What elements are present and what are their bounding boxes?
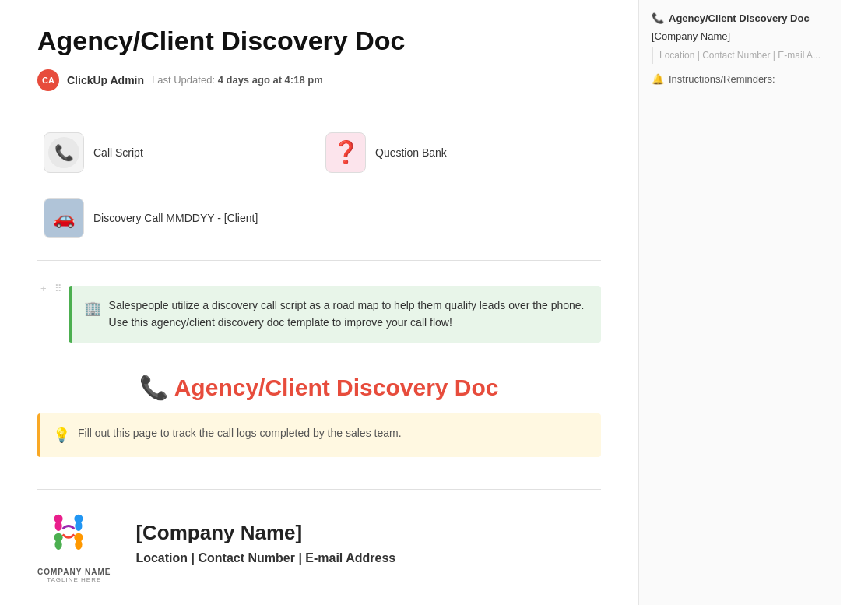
company-logo: COMPANY NAME TAGLINE HERE <box>37 502 111 583</box>
callout-green-text: Salespeople utilize a discovery call scr… <box>109 297 589 332</box>
doc-links-grid: 📞 Call Script ❓ Question Bank <box>37 123 601 182</box>
call-script-thumb: 📞 <box>44 132 84 173</box>
avatar: CA <box>37 69 59 91</box>
section-emoji: 📞 <box>139 375 168 400</box>
add-block-button[interactable]: + <box>37 281 50 296</box>
callout-yellow-text: Fill out this page to track the call log… <box>78 424 402 441</box>
callout-yellow: 💡 Fill out this page to track the call l… <box>37 413 601 458</box>
question-bank-thumb: ❓ <box>325 132 366 173</box>
section-heading-text: 📞 Agency/Client Discovery Doc <box>139 375 498 400</box>
block-controls: + ⠿ <box>37 273 65 296</box>
contact-line: Location | Contact Number | E-mail Addre… <box>135 551 601 565</box>
sidebar-title: 📞 Agency/Client Discovery Doc <box>652 12 828 24</box>
company-info: [Company Name] Location | Contact Number… <box>135 521 601 565</box>
sidebar-placeholder: Location | Contact Number | E-mail A... <box>652 47 828 64</box>
svg-point-11 <box>75 540 82 550</box>
author-name: ClickUp Admin <box>67 74 144 86</box>
question-bank-title: Question Bank <box>375 146 447 159</box>
divider-2 <box>37 470 601 470</box>
sidebar-company-label: [Company Name] <box>652 30 828 42</box>
svg-point-5 <box>54 521 61 531</box>
location-text: Location <box>135 551 188 565</box>
sidebar-title-emoji: 📞 <box>652 12 664 24</box>
sidebar-title-text: Agency/Client Discovery Doc <box>669 12 810 24</box>
separator-2: | <box>298 551 305 565</box>
callout-green-emoji: 🏢 <box>84 297 101 320</box>
instructions-emoji: 🔔 <box>652 73 664 85</box>
section-heading: 📞 Agency/Client Discovery Doc <box>37 374 601 401</box>
logo-company-name: COMPANY NAME <box>37 568 111 576</box>
discovery-thumb: 🚗 <box>44 198 84 238</box>
doc-link-discovery[interactable]: 🚗 Discovery Call MMDDYY - [Client] <box>37 188 601 248</box>
last-updated: Last Updated: 4 days ago at 4:18 pm <box>152 74 323 86</box>
green-callout-block: + ⠿ 🏢 Salespeople utilize a discovery ca… <box>37 273 601 355</box>
sidebar-instructions: 🔔 Instructions/Reminders: <box>652 73 828 85</box>
contact-number-text: Contact Number <box>198 551 294 565</box>
discovery-title: Discovery Call MMDDYY - [Client] <box>93 212 258 224</box>
company-name-heading: [Company Name] <box>135 521 601 545</box>
doc-link-question-bank[interactable]: ❓ Question Bank <box>319 123 601 182</box>
svg-point-7 <box>75 521 82 531</box>
main-content: Agency/Client Discovery Doc CA ClickUp A… <box>0 0 638 605</box>
callout-green: 🏢 Salespeople utilize a discovery call s… <box>69 286 601 343</box>
callout-yellow-emoji: 💡 <box>53 424 70 447</box>
instructions-label: Instructions/Reminders: <box>669 73 775 85</box>
doc-link-call-script[interactable]: 📞 Call Script <box>37 123 319 182</box>
sidebar: 📞 Agency/Client Discovery Doc [Company N… <box>638 0 841 605</box>
email-text: E-mail Address <box>305 551 395 565</box>
drag-handle-button[interactable]: ⠿ <box>51 281 65 296</box>
svg-text:📞: 📞 <box>54 143 74 162</box>
section-title: Agency/Client Discovery Doc <box>174 375 499 400</box>
svg-text:🚗: 🚗 <box>53 206 76 228</box>
logo-tagline: TAGLINE HERE <box>37 576 111 583</box>
company-section: COMPANY NAME TAGLINE HERE [Company Name]… <box>37 489 601 583</box>
svg-point-9 <box>54 540 61 550</box>
author-row: CA ClickUp Admin Last Updated: 4 days ag… <box>37 69 601 104</box>
call-script-title: Call Script <box>93 146 143 159</box>
page-title: Agency/Client Discovery Doc <box>37 25 601 57</box>
divider-1 <box>37 260 601 261</box>
clickup-logo-graphic <box>37 502 100 565</box>
